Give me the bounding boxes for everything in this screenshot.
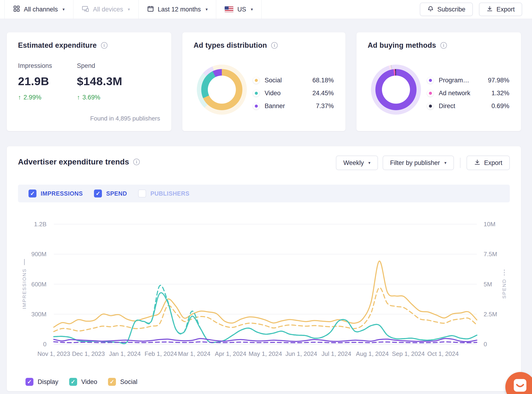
checkbox-icon: ✓ (94, 190, 102, 197)
impressions-change: ↑ 2.99% (18, 94, 52, 101)
legend-row-ad-network: Ad network 1.32% (427, 90, 509, 97)
chevron-down-icon: ▾ (205, 7, 208, 12)
legend-dot (253, 90, 259, 97)
legend-row-programmatic: Program… 97.98% (427, 77, 509, 84)
chat-smile-icon (514, 379, 526, 392)
info-icon[interactable]: i (271, 42, 278, 49)
card-title: Estimated expenditure i (18, 41, 107, 50)
info-icon[interactable]: i (133, 159, 140, 165)
series-display-impressions (54, 339, 477, 342)
spend-axis-title: SPEND (501, 249, 508, 319)
trends-line-chart[interactable] (54, 224, 477, 344)
export-button-trends[interactable]: Export (466, 156, 510, 170)
x-axis-tick: Dec 1, 2023 (72, 350, 105, 358)
channels-dropdown[interactable]: All channels ▾ (5, 0, 73, 19)
divider (460, 158, 461, 168)
donut-hole (382, 76, 410, 104)
x-axis-tick: Nov 1, 2023 (37, 350, 70, 358)
estimated-expenditure-title: Estimated expenditure (18, 41, 97, 50)
topbar-left-edge (0, 0, 5, 19)
y-axis-tick: 0 (16, 341, 46, 348)
x-axis-tick: Jul 1, 2024 (321, 350, 351, 358)
channels-label: All channels (24, 6, 58, 13)
interval-dropdown[interactable]: Weekly ▾ (336, 156, 378, 170)
topbar-actions: Subscribe Export (420, 0, 532, 19)
y-axis-tick: 10M (484, 221, 509, 228)
x-axis-tick: Jun 1, 2024 (285, 350, 317, 358)
subscribe-button[interactable]: Subscribe (420, 3, 473, 16)
ad-buying-title: Ad buying methods (368, 41, 436, 50)
x-axis-tick: Mar 1, 2024 (178, 350, 211, 358)
date-axis-labels: Nov 1, 2023Dec 1, 2023Jan 1, 2024Feb 1, … (54, 350, 477, 358)
legend-toggle-social[interactable]: ✓ Social (108, 378, 137, 386)
legend-toggle-display[interactable]: ✓ Display (25, 378, 58, 386)
legend-dot (427, 90, 434, 97)
chevron-down-icon: ▾ (251, 7, 253, 12)
donut-hole (208, 76, 236, 104)
solid-line-icon (24, 259, 25, 265)
trends-controls: Weekly ▾ Filter by publisher ▾ Export (336, 156, 510, 170)
adclarity-dashboard: All channels ▾ All devices ▾ Last 12 mon… (0, 0, 532, 394)
interval-label: Weekly (343, 159, 364, 166)
x-axis-tick: Feb 1, 2024 (145, 350, 177, 358)
calendar-icon (147, 5, 154, 14)
arrow-up-icon: ↑ (77, 94, 80, 101)
publishers-footnote: Found in 4,895 publishers (90, 115, 160, 122)
legend-toggle-video[interactable]: ✓ Video (69, 378, 97, 386)
y-axis-tick: 0 (484, 341, 509, 348)
spend-metric: Spend $148.3M ↑ 3.69% (77, 62, 122, 101)
subscribe-label: Subscribe (437, 6, 465, 13)
chevron-down-icon: ▾ (128, 7, 130, 12)
checkbox-icon: ✓ (29, 190, 36, 197)
export-trends-label: Export (484, 159, 502, 166)
legend-dot (427, 77, 434, 84)
chevron-down-icon: ▾ (444, 160, 446, 166)
info-icon[interactable]: i (101, 42, 107, 49)
x-axis-tick: Sep 1, 2024 (392, 350, 425, 358)
series-social-spend (54, 288, 477, 332)
x-axis-tick: Oct 1, 2024 (427, 350, 459, 358)
filter-label: Filter by publisher (390, 159, 440, 166)
impressions-metric: Impressions 21.9B ↑ 2.99% (18, 62, 52, 101)
legend-dot (253, 77, 259, 84)
impressions-label: Impressions (18, 62, 52, 69)
card-title: Ad types distribution i (193, 41, 278, 50)
checkbox-icon: ✓ (69, 378, 77, 386)
x-axis-tick: May 1, 2024 (248, 350, 282, 358)
toggle-publishers[interactable]: PUBLISHERS (138, 190, 189, 197)
ad-buying-methods-card: Ad buying methods i Program… 97.98% Ad n… (356, 32, 521, 131)
chevron-down-icon: ▾ (63, 7, 65, 12)
trends-plot-area (54, 224, 477, 344)
bell-icon (427, 5, 434, 14)
arrow-up-icon: ↑ (18, 94, 21, 101)
ad-types-donut[interactable] (197, 65, 247, 115)
toggle-spend[interactable]: ✓ SPEND (94, 190, 127, 197)
estimated-expenditure-card: Estimated expenditure i Impressions 21.9… (7, 32, 171, 131)
legend-row-direct: Direct 0.69% (427, 103, 509, 110)
devices-dropdown[interactable]: All devices ▾ (73, 0, 139, 19)
legend-dot (253, 103, 259, 109)
impressions-axis-title: IMPRESSIONS (21, 249, 28, 319)
legend-row-banner: Banner 7.37% (253, 103, 334, 110)
spend-label: Spend (77, 62, 122, 69)
export-button-top[interactable]: Export (479, 3, 522, 16)
toggle-impressions[interactable]: ✓ IMPRESSIONS (29, 190, 83, 197)
country-dropdown[interactable]: US ▾ (216, 0, 262, 19)
series-video-impressions (54, 293, 477, 343)
x-axis-tick: Aug 1, 2024 (356, 350, 389, 358)
trends-title: Advertiser expenditure trends i (18, 157, 140, 166)
expenditure-trends-card: Advertiser expenditure trends i Weekly ▾… (7, 146, 521, 391)
y-axis-tick: 1.2B (16, 221, 46, 228)
filter-by-publisher-dropdown[interactable]: Filter by publisher ▾ (383, 156, 454, 170)
date-range-dropdown[interactable]: Last 12 months ▾ (139, 0, 217, 19)
devices-icon (82, 5, 89, 14)
date-range-label: Last 12 months (158, 6, 201, 13)
info-icon[interactable]: i (440, 42, 447, 49)
buying-methods-donut[interactable] (371, 65, 421, 115)
ad-types-legend: Social 68.18% Video 24.45% Banner 7.37% (253, 77, 334, 110)
series-display-spend (54, 342, 477, 343)
legend-row-social: Social 68.18% (253, 77, 334, 84)
spend-value: $148.3M (77, 75, 122, 88)
checkbox-icon: ✓ (108, 378, 116, 386)
x-axis-tick: Jan 1, 2024 (109, 350, 141, 358)
